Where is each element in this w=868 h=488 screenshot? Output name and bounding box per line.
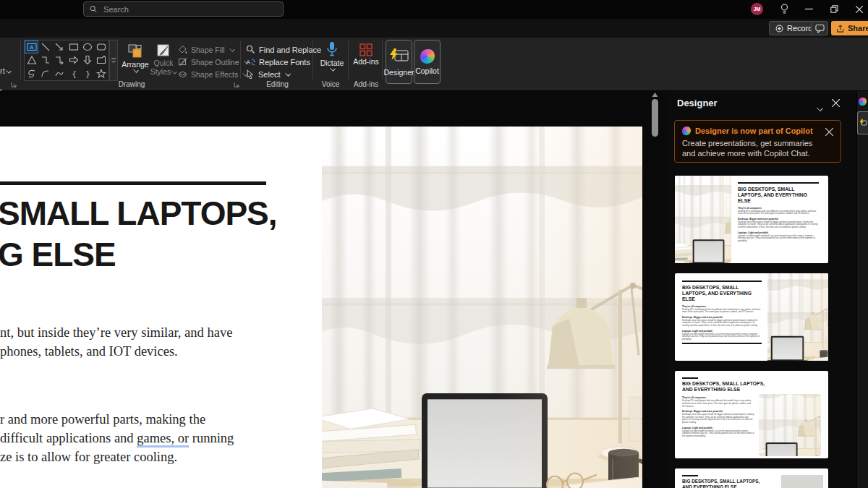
share-label: Share	[848, 24, 868, 33]
share-icon	[836, 25, 844, 33]
arrow-shape-icon[interactable]	[53, 40, 67, 53]
select-label: Select	[258, 70, 281, 79]
slide-body-paragraph-2[interactable]: r and more powerful parts, making the di…	[0, 410, 234, 466]
avatar[interactable]: JM	[751, 3, 763, 15]
thumbnail-photo	[759, 394, 821, 456]
design-thumbnail-4[interactable]: BIG DESKTOPS, SMALL LAPTOPS, AND EVERYTH…	[675, 468, 828, 488]
elbow-connector-shape-icon[interactable]	[38, 53, 52, 67]
thumb-paragraph: Laptops are light-weight and small, so c…	[738, 235, 819, 243]
panel-tab-rail	[856, 91, 868, 488]
arc-shape-icon[interactable]	[38, 67, 52, 80]
addins-label: Add-ins	[353, 57, 379, 66]
quick-styles-button[interactable]: Quick Styles	[150, 43, 177, 76]
scroll-up-arrow[interactable]	[652, 92, 658, 98]
slide-canvas: SMALL LAPTOPS, G ELSE nt, but inside the…	[0, 91, 665, 488]
design-thumbnail-2[interactable]: BIG DESKTOPS, SMALL LAPTOPS, AND EVERYTH…	[675, 273, 828, 361]
thumb-title: BIG DESKTOPS, SMALL LAPTOPS, AND EVERYTH…	[682, 285, 763, 303]
thumb-paragraph: Laptops are light-weight and small, so c…	[682, 430, 754, 438]
shape-gallery-more-button[interactable]	[109, 40, 118, 81]
panel-close-icon[interactable]	[832, 99, 840, 107]
close-button[interactable]	[851, 1, 867, 17]
cropped-chevron-icon	[6, 68, 12, 74]
slide-body-paragraph-1[interactable]: nt, but inside they’re very similar, and…	[0, 323, 232, 361]
group-divider	[348, 41, 349, 79]
rounded-rectangle-shape-icon[interactable]	[95, 40, 109, 53]
shape-effects-button[interactable]: Shape Effects	[178, 68, 249, 80]
dictate-microphone-icon	[326, 41, 338, 59]
select-button[interactable]: Select	[246, 68, 321, 80]
designer-rail-tab[interactable]	[857, 111, 868, 134]
slide[interactable]: SMALL LAPTOPS, G ELSE nt, but inside the…	[0, 127, 642, 488]
ideas-lightbulb-button[interactable]	[776, 1, 792, 17]
select-cursor-icon	[246, 69, 255, 79]
shape-outline-label: Shape Outline	[191, 58, 239, 67]
design-thumbnail-3[interactable]: BIG DESKTOPS, SMALL LAPTOPS, AND EVERYTH…	[675, 371, 828, 458]
rectangle-shape-icon[interactable]	[67, 40, 80, 53]
arrange-button[interactable]: Arrange	[121, 43, 150, 73]
minimize-button[interactable]	[801, 1, 817, 17]
find-and-replace-button[interactable]: Find and Replace	[246, 43, 321, 56]
body-line: ze is to allow for greater cooling.	[0, 448, 234, 466]
left-brace-shape-icon[interactable]: {	[67, 67, 80, 80]
elbow-arrow-connector-shape-icon[interactable]	[53, 53, 67, 67]
curve-shape-icon[interactable]	[53, 67, 67, 80]
search-box[interactable]	[83, 1, 284, 17]
panel-collapse-chevron-icon[interactable]	[817, 105, 823, 111]
slide-title[interactable]: SMALL LAPTOPS, G ELSE	[0, 193, 277, 275]
svg-text:A: A	[246, 59, 250, 66]
comment-icon	[815, 24, 825, 33]
replace-fonts-button[interactable]: A Replace Fonts	[246, 56, 321, 68]
replace-fonts-label: Replace Fonts	[259, 58, 310, 67]
vertical-scrollbar[interactable]	[652, 99, 658, 137]
thumb-sections: They’re all computers Desktop PCs and la…	[738, 207, 819, 243]
thumb-heading: Laptops: Light and portable	[682, 427, 754, 429]
shape-fill-button[interactable]: Shape Fill	[178, 43, 249, 56]
thumb-paragraph: Desktops have more space inside for bigg…	[682, 320, 762, 328]
shape-fill-label: Shape Fill	[191, 46, 225, 54]
cropped-left-label: rt	[0, 67, 5, 75]
thumb-sections: They’re all computers Desktop PCs and la…	[682, 394, 754, 456]
drawing-group-label: Drawing	[24, 80, 239, 88]
star-shape-icon[interactable]	[95, 67, 109, 80]
copilot-rail-tab[interactable]	[859, 98, 867, 106]
triangle-shape-icon[interactable]	[25, 53, 38, 67]
copilot-ribbon-label: Copilot	[415, 67, 439, 75]
cropped-left-button[interactable]: rt	[0, 67, 11, 75]
copilot-ribbon-button[interactable]: Copilot	[414, 40, 441, 84]
comments-button[interactable]	[811, 21, 828, 35]
right-arrow-shape-icon[interactable]	[67, 53, 80, 67]
desk-photo[interactable]	[322, 127, 642, 488]
scribble-shape-icon[interactable]	[25, 67, 38, 80]
grammar-marked-text[interactable]: games, or	[137, 431, 189, 448]
shape-outline-button[interactable]: Shape Outline	[178, 56, 249, 68]
group-divider	[312, 41, 313, 79]
restore-icon	[830, 5, 838, 13]
dialog-launcher-icon[interactable]	[10, 81, 17, 88]
thumb-sections: They’re all computers Desktop PCs and la…	[682, 305, 762, 341]
designer-icon	[859, 119, 867, 127]
search-input[interactable]	[102, 4, 277, 14]
addins-button[interactable]: Add-ins	[352, 43, 380, 66]
svg-text:A: A	[30, 44, 34, 51]
designer-panel-title: Designer	[677, 98, 718, 108]
designer-ribbon-button[interactable]: Designer	[386, 40, 412, 84]
restore-button[interactable]	[826, 1, 842, 17]
oval-shape-icon[interactable]	[80, 40, 94, 53]
group-divider	[240, 41, 241, 79]
design-thumbnail-1[interactable]: BIG DESKTOPS, SMALL LAPTOPS, AND EVERYTH…	[675, 176, 828, 263]
slide-title-line1: SMALL LAPTOPS,	[0, 193, 277, 234]
notice-close-icon[interactable]	[825, 128, 833, 136]
group-divider	[382, 41, 383, 79]
right-brace-shape-icon[interactable]: }	[80, 67, 94, 80]
textbox-shape-icon[interactable]: A	[25, 40, 38, 53]
line-shape-icon[interactable]	[38, 40, 52, 53]
down-arrow-shape-icon[interactable]	[80, 53, 94, 67]
drawing-dialog-launcher-icon[interactable]	[233, 81, 240, 88]
body-line: phones, tablets, and IOT devices.	[0, 342, 232, 361]
thumb-title: BIG DESKTOPS, SMALL LAPTOPS, AND EVERYTH…	[682, 381, 776, 393]
thumb-paragraph: Laptops are light-weight and small, so c…	[682, 333, 762, 341]
snip-corner-shape-icon[interactable]	[95, 53, 109, 67]
share-button[interactable]: Share	[831, 21, 868, 35]
thumbnail-photo	[781, 475, 823, 488]
dictate-button[interactable]: Dictate	[317, 41, 347, 72]
